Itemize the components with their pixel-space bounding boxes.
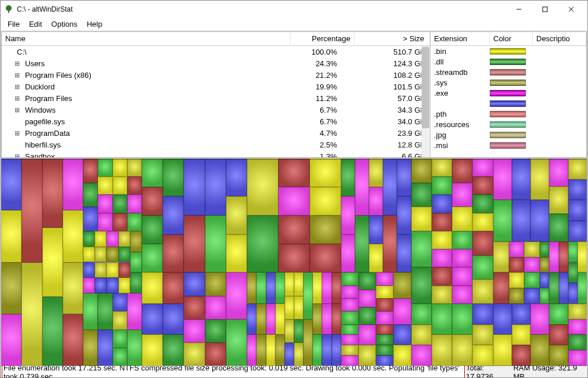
expand-icon[interactable]: ⊞: [12, 60, 21, 67]
treemap-block[interactable]: [452, 267, 472, 285]
treemap-block[interactable]: [1, 159, 21, 210]
treemap-block[interactable]: [432, 304, 452, 335]
treemap-block[interactable]: [83, 293, 98, 329]
treemap-block[interactable]: [509, 242, 525, 257]
treemap-block[interactable]: [432, 195, 452, 213]
treemap-block[interactable]: [127, 293, 142, 329]
treemap-block[interactable]: [21, 159, 42, 262]
treemap-block[interactable]: [524, 257, 540, 273]
treemap-block[interactable]: [376, 272, 393, 285]
treemap-block[interactable]: [452, 334, 472, 366]
treemap-block[interactable]: [432, 267, 452, 285]
treemap-block[interactable]: [163, 304, 184, 335]
treemap-block[interactable]: [113, 311, 127, 329]
treemap-block[interactable]: [369, 244, 383, 272]
treemap-block[interactable]: [113, 348, 127, 366]
col-size[interactable]: > Size: [354, 33, 430, 45]
treemap-block[interactable]: [226, 159, 247, 196]
menu-help[interactable]: Help: [82, 19, 107, 30]
tree-row[interactable]: ⊞Users24.3%124.3 GB: [2, 57, 430, 69]
treemap-block[interactable]: [549, 325, 568, 345]
treemap-block[interactable]: [376, 345, 393, 355]
treemap-block[interactable]: [559, 272, 568, 304]
treemap-block[interactable]: [568, 262, 578, 283]
treemap[interactable]: [1, 159, 587, 366]
expand-icon[interactable]: ⊞: [12, 71, 21, 79]
treemap-block[interactable]: [127, 213, 142, 231]
treemap-block[interactable]: [578, 242, 587, 273]
expand-icon[interactable]: ⊞: [12, 95, 21, 102]
treemap-block[interactable]: [142, 272, 163, 304]
treemap-block[interactable]: [524, 288, 540, 304]
treemap-block[interactable]: [21, 262, 42, 366]
treemap-block[interactable]: [540, 272, 549, 288]
treemap-block[interactable]: [512, 325, 530, 345]
treemap-block[interactable]: [452, 207, 472, 231]
treemap-block[interactable]: [226, 319, 247, 366]
treemap-block[interactable]: [332, 304, 341, 335]
tree-row[interactable]: ⊞Ducklord19.9%101.5 GB: [2, 81, 430, 92]
treemap-block[interactable]: [205, 159, 226, 215]
treemap-block[interactable]: [163, 196, 184, 234]
treemap-block[interactable]: [322, 272, 331, 304]
treemap-block[interactable]: [411, 159, 432, 183]
treemap-block[interactable]: [294, 319, 303, 343]
treemap-block[interactable]: [83, 262, 95, 278]
expand-icon[interactable]: ⊞: [12, 83, 21, 91]
treemap-block[interactable]: [184, 343, 205, 366]
treemap-block[interactable]: [256, 334, 266, 366]
treemap-block[interactable]: [411, 267, 432, 303]
treemap-block[interactable]: [106, 262, 118, 278]
treemap-block[interactable]: [397, 235, 411, 272]
treemap-block[interactable]: [63, 159, 83, 210]
treemap-block[interactable]: [322, 334, 331, 366]
treemap-block[interactable]: [83, 330, 98, 366]
treemap-block[interactable]: [376, 355, 393, 366]
treemap-block[interactable]: [142, 304, 163, 335]
treemap-block[interactable]: [83, 278, 95, 293]
treemap-block[interactable]: [411, 304, 432, 325]
treemap-block[interactable]: [568, 304, 587, 319]
col-name[interactable]: Name: [2, 33, 291, 45]
treemap-block[interactable]: [512, 159, 530, 200]
treemap-block[interactable]: [376, 311, 393, 324]
treemap-block[interactable]: [452, 304, 472, 335]
treemap-block[interactable]: [205, 343, 226, 366]
treemap-block[interactable]: [549, 214, 568, 242]
treemap-block[interactable]: [310, 244, 341, 272]
treemap-block[interactable]: [559, 242, 568, 273]
expand-icon[interactable]: ⊞: [12, 153, 21, 158]
treemap-block[interactable]: [549, 272, 558, 304]
treemap-block[interactable]: [530, 200, 549, 241]
treemap-block[interactable]: [549, 186, 568, 214]
treemap-block[interactable]: [472, 255, 493, 280]
treemap-block[interactable]: [432, 334, 452, 366]
treemap-block[interactable]: [376, 334, 393, 345]
treemap-block[interactable]: [411, 325, 432, 345]
treemap-block[interactable]: [275, 272, 285, 304]
treemap-block[interactable]: [205, 319, 226, 343]
ext-row[interactable]: .sys: [431, 77, 586, 88]
treemap-block[interactable]: [113, 293, 127, 311]
treemap-block[interactable]: [369, 159, 383, 187]
treemap-block[interactable]: [113, 177, 127, 195]
treemap-block[interactable]: [127, 330, 142, 366]
treemap-block[interactable]: [278, 187, 310, 215]
tree-row[interactable]: hiberfil.sys2.5%12.8 GB: [2, 139, 430, 150]
treemap-block[interactable]: [278, 159, 310, 187]
treemap-block[interactable]: [432, 159, 452, 177]
treemap-block[interactable]: [452, 183, 472, 207]
treemap-block[interactable]: [83, 207, 98, 231]
treemap-block[interactable]: [98, 195, 112, 213]
treemap-block[interactable]: [369, 215, 383, 244]
treemap-block[interactable]: [355, 215, 369, 272]
treemap-block[interactable]: [184, 272, 205, 296]
treemap-block[interactable]: [83, 183, 98, 207]
treemap-block[interactable]: [322, 304, 331, 335]
treemap-block[interactable]: [341, 311, 358, 324]
treemap-block[interactable]: [472, 213, 493, 231]
col-percentage[interactable]: Percentage: [291, 33, 354, 45]
treemap-block[interactable]: [393, 325, 411, 345]
treemap-block[interactable]: [411, 345, 432, 366]
treemap-block[interactable]: [578, 272, 587, 304]
